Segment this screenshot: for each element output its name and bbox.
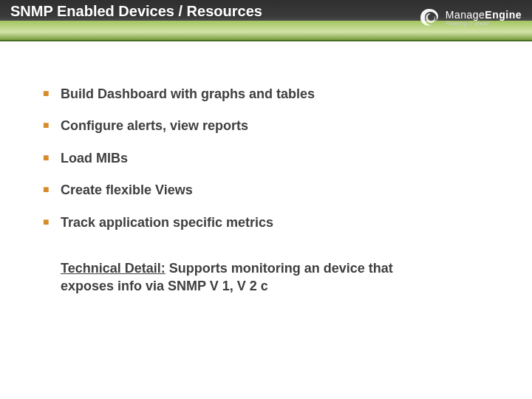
bullet-list: Build Dashboard with graphs and tables C… — [43, 86, 489, 231]
slide-title: SNMP Enabled Devices / Resources — [10, 3, 262, 20]
technical-detail: Technical Detail: Supports monitoring an… — [43, 259, 442, 296]
logo-text: ManageEngine Powering IT ahead — [446, 10, 522, 26]
slide-header: SNMP Enabled Devices / Resources ManageE… — [0, 0, 532, 41]
list-item: Configure alerts, view reports — [43, 117, 489, 134]
list-item: Track application specific metrics — [43, 214, 489, 231]
brand-logo: ManageEngine Powering IT ahead — [417, 6, 522, 30]
detail-lead: Technical Detail: — [61, 261, 166, 276]
slide-content: Build Dashboard with graphs and tables C… — [0, 41, 532, 296]
logo-swirl-icon — [417, 6, 441, 30]
logo-tagline: Powering IT ahead — [446, 21, 522, 26]
list-item: Load MIBs — [43, 150, 489, 167]
logo-brand-name: ManageEngine — [446, 10, 522, 20]
list-item: Create flexible Views — [43, 182, 489, 199]
list-item: Build Dashboard with graphs and tables — [43, 86, 489, 103]
